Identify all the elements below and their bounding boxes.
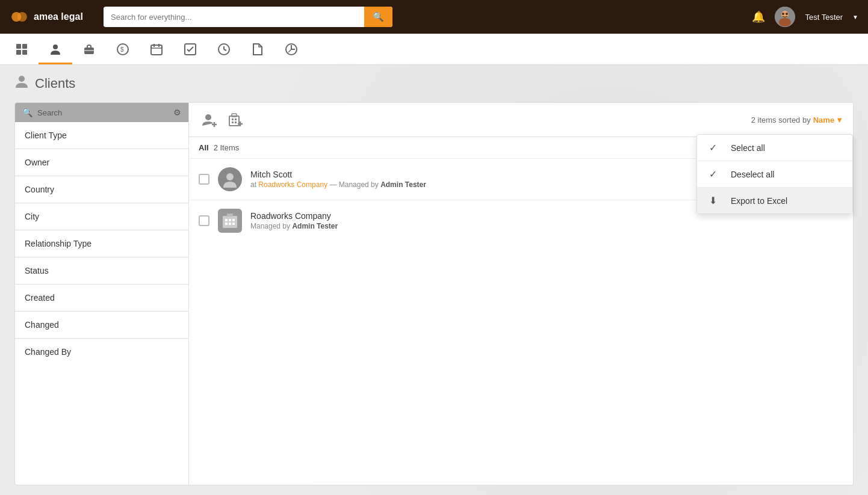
sort-name-button[interactable]: Name ▼ bbox=[813, 115, 843, 125]
nav-right: 🔔 Test Tester ▼ bbox=[752, 7, 858, 27]
svg-rect-32 bbox=[232, 118, 234, 120]
clients-icon bbox=[49, 43, 62, 56]
reports-icon bbox=[285, 43, 298, 56]
svg-point-1 bbox=[17, 12, 27, 22]
items-label: 2 Items bbox=[214, 143, 240, 152]
company-link-1[interactable]: Roadworks Company bbox=[258, 180, 327, 189]
nav-item-time[interactable] bbox=[207, 35, 241, 64]
nav-item-tasks[interactable] bbox=[173, 35, 207, 64]
svg-rect-9 bbox=[16, 50, 21, 55]
svg-rect-16 bbox=[151, 45, 162, 55]
svg-point-28 bbox=[205, 114, 211, 120]
sidebar-filter-icon[interactable]: ⚙ bbox=[173, 108, 181, 117]
filter-changed-by[interactable]: Changed By bbox=[15, 339, 188, 365]
content-panel: 2 items sorted by Name ▼ ✓ Select all ✓ … bbox=[189, 102, 854, 485]
svg-rect-33 bbox=[235, 118, 237, 120]
check-icon-2: ✓ bbox=[709, 168, 721, 180]
sort-dropdown-icon: ▼ bbox=[835, 115, 843, 125]
briefcase-icon bbox=[82, 43, 96, 56]
sidebar-search-input[interactable] bbox=[37, 108, 169, 117]
svg-rect-34 bbox=[232, 121, 234, 123]
page-title: Clients bbox=[35, 76, 75, 91]
dropdown-deselect-all[interactable]: ✓ Deselect all bbox=[697, 161, 852, 188]
search-input[interactable] bbox=[104, 8, 364, 26]
user-dropdown-icon[interactable]: ▼ bbox=[852, 14, 858, 20]
svg-rect-31 bbox=[229, 116, 239, 126]
svg-rect-10 bbox=[22, 50, 27, 55]
dashboard-icon bbox=[15, 43, 28, 56]
add-person-icon bbox=[201, 111, 218, 128]
svg-rect-8 bbox=[22, 44, 27, 49]
dash-label: — Managed by bbox=[329, 180, 380, 189]
calendar-icon bbox=[150, 43, 163, 56]
avatar[interactable] bbox=[775, 7, 795, 27]
svg-rect-44 bbox=[225, 223, 228, 225]
search-bar: 🔍 bbox=[104, 7, 392, 27]
all-label: All bbox=[199, 143, 209, 152]
tasks-icon bbox=[184, 43, 197, 56]
check-icon: ✓ bbox=[709, 142, 721, 153]
billing-icon: $ bbox=[116, 43, 129, 56]
svg-line-23 bbox=[224, 49, 226, 51]
nav-item-billing[interactable]: $ bbox=[106, 35, 140, 64]
filter-status[interactable]: Status bbox=[15, 257, 188, 284]
filter-owner[interactable]: Owner bbox=[15, 149, 188, 176]
add-person-button[interactable] bbox=[199, 109, 220, 131]
svg-point-11 bbox=[53, 45, 58, 49]
client-checkbox-1[interactable] bbox=[199, 174, 209, 185]
user-name[interactable]: Test Tester bbox=[805, 13, 843, 22]
sidebar-search-bar: 🔍 ⚙ bbox=[15, 103, 188, 122]
items-count: 2 items sorted by bbox=[751, 115, 811, 125]
page-header: Clients bbox=[14, 75, 854, 93]
filter-changed[interactable]: Changed bbox=[15, 312, 188, 339]
download-icon: ⬇ bbox=[709, 195, 721, 206]
add-company-button[interactable] bbox=[225, 109, 247, 131]
files-icon bbox=[251, 43, 264, 56]
svg-rect-47 bbox=[227, 214, 233, 217]
client-checkbox-2[interactable] bbox=[199, 215, 209, 226]
notifications-icon[interactable]: 🔔 bbox=[752, 10, 765, 23]
sort-info: 2 items sorted by Name ▼ bbox=[751, 115, 843, 125]
icon-navigation: $ bbox=[0, 34, 868, 65]
managed-by-1: Admin Tester bbox=[380, 180, 426, 189]
nav-item-calendar[interactable] bbox=[140, 35, 173, 64]
svg-rect-42 bbox=[229, 219, 231, 221]
filter-client-type[interactable]: Client Type bbox=[15, 122, 188, 149]
svg-rect-46 bbox=[232, 223, 235, 225]
svg-rect-35 bbox=[235, 121, 237, 123]
nav-item-clients[interactable] bbox=[39, 35, 72, 64]
svg-point-39 bbox=[226, 173, 234, 180]
filter-created[interactable]: Created bbox=[15, 284, 188, 312]
top-navigation: amea legal 🔍 🔔 Test Tester ▼ bbox=[0, 0, 868, 34]
nav-item-files[interactable] bbox=[241, 35, 274, 64]
clients-page-icon bbox=[14, 75, 29, 89]
svg-point-6 bbox=[786, 13, 788, 15]
filter-relationship-type[interactable]: Relationship Type bbox=[15, 230, 188, 257]
nav-item-dashboard[interactable] bbox=[5, 35, 39, 64]
nav-item-reports[interactable] bbox=[274, 35, 308, 64]
managed-by-2: Admin Tester bbox=[292, 222, 338, 230]
search-button[interactable]: 🔍 bbox=[364, 7, 392, 27]
page: Clients 🔍 ⚙ Client Type Owner Country Ci… bbox=[0, 65, 868, 495]
managed-label-2: Managed by bbox=[250, 222, 292, 230]
sidebar: 🔍 ⚙ Client Type Owner Country City Relat… bbox=[14, 102, 189, 485]
company-avatar-icon bbox=[222, 212, 238, 229]
svg-point-27 bbox=[19, 76, 25, 82]
client-avatar-2 bbox=[218, 209, 242, 233]
filter-country[interactable]: Country bbox=[15, 176, 188, 203]
dropdown-select-all[interactable]: ✓ Select all bbox=[697, 135, 852, 161]
add-company-icon bbox=[228, 111, 244, 128]
time-icon bbox=[217, 43, 231, 56]
nav-item-matters[interactable] bbox=[72, 35, 106, 64]
svg-point-4 bbox=[779, 18, 791, 26]
dropdown-export-excel[interactable]: ⬇ Export to Excel bbox=[697, 188, 852, 214]
svg-rect-7 bbox=[16, 44, 21, 49]
svg-rect-45 bbox=[229, 223, 231, 225]
filter-city[interactable]: City bbox=[15, 203, 188, 230]
logo[interactable]: amea legal bbox=[10, 7, 94, 26]
svg-rect-41 bbox=[225, 219, 228, 221]
at-label: at bbox=[250, 180, 258, 189]
client-sub-2: Managed by Admin Tester bbox=[250, 222, 843, 230]
content-toolbar: 2 items sorted by Name ▼ bbox=[189, 103, 853, 137]
client-avatar-1 bbox=[218, 167, 242, 191]
